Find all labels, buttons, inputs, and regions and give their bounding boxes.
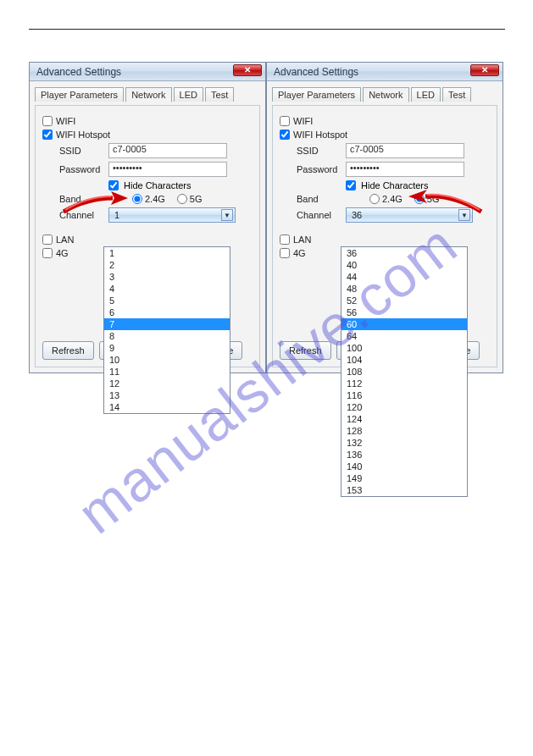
channel-option[interactable]: 116: [341, 389, 467, 401]
channel-option[interactable]: 48: [341, 283, 467, 295]
wifi-checkbox[interactable]: [42, 116, 53, 126]
tab-player-parameters[interactable]: Player Parameters: [272, 87, 361, 102]
chevron-down-icon: ▼: [458, 209, 470, 221]
channel-option[interactable]: 10: [104, 354, 230, 366]
band-5g-label: 5G: [190, 194, 203, 204]
channel-dropdown-list[interactable]: 1234567891011121314: [103, 246, 230, 414]
channel-combobox[interactable]: 1 ▼: [108, 207, 236, 223]
band-label: Band: [297, 194, 341, 204]
titlebar-title: Advanced Settings: [274, 66, 358, 78]
titlebar-title: Advanced Settings: [36, 66, 121, 78]
wifi-label: WIFI: [56, 116, 75, 126]
ssid-input[interactable]: c7-0005: [346, 143, 464, 158]
channel-option[interactable]: 124: [341, 413, 467, 425]
hide-characters-label: Hide Characters: [124, 180, 191, 190]
close-button[interactable]: ✕: [470, 64, 499, 76]
channel-option[interactable]: 7: [104, 318, 230, 330]
band-5g-label: 5G: [427, 194, 440, 204]
tab-test[interactable]: Test: [205, 87, 234, 102]
refresh-button[interactable]: Refresh: [280, 341, 331, 360]
tab-led[interactable]: LED: [174, 87, 203, 102]
wifi-checkbox[interactable]: [280, 116, 290, 126]
password-input[interactable]: •••••••••: [346, 162, 464, 177]
channel-option[interactable]: 44: [341, 271, 467, 283]
4g-label: 4G: [56, 248, 69, 258]
band-5g-radio[interactable]: [414, 194, 425, 204]
chevron-down-icon: ▼: [221, 209, 233, 221]
channel-option[interactable]: 13: [104, 389, 230, 401]
tab-bar: Player Parameters Network LED Test: [35, 86, 260, 105]
channel-option[interactable]: 128: [341, 425, 467, 437]
hide-characters-checkbox[interactable]: [346, 180, 356, 190]
close-button[interactable]: ✕: [233, 64, 262, 76]
tab-panel-network: WIFI WIFI Hotspot SSID c7-0005 Password …: [35, 105, 260, 367]
channel-option[interactable]: 56: [341, 306, 467, 318]
hide-characters-checkbox[interactable]: [108, 180, 119, 190]
channel-option[interactable]: 108: [341, 366, 467, 378]
page-rule: [29, 29, 505, 30]
channel-option[interactable]: 8: [104, 330, 230, 342]
tab-panel-network: WIFI WIFI Hotspot SSID c7-0005 Password …: [272, 105, 497, 367]
channel-option[interactable]: 14: [104, 401, 230, 413]
refresh-button[interactable]: Refresh: [42, 341, 94, 360]
4g-label: 4G: [293, 248, 306, 258]
channel-option[interactable]: 60: [341, 318, 467, 330]
lan-checkbox[interactable]: [42, 235, 53, 245]
band-24g-radio[interactable]: [132, 194, 142, 204]
wifi-hotspot-checkbox[interactable]: [280, 130, 290, 140]
channel-label: Channel: [297, 210, 341, 220]
tab-test[interactable]: Test: [442, 87, 471, 102]
ssid-input[interactable]: c7-0005: [108, 143, 227, 158]
channel-option[interactable]: 9: [104, 342, 230, 354]
4g-checkbox[interactable]: [42, 248, 53, 258]
channel-dropdown-list[interactable]: 3640444852566064100104108112116120124128…: [341, 246, 468, 497]
tab-network[interactable]: Network: [125, 87, 171, 102]
channel-option[interactable]: 6: [104, 306, 230, 318]
wifi-hotspot-label: WIFI Hotspot: [293, 130, 347, 140]
wifi-label: WIFI: [293, 116, 313, 126]
channel-option[interactable]: 112: [341, 378, 467, 389]
channel-option[interactable]: 132: [341, 437, 467, 449]
channel-option[interactable]: 64: [341, 330, 467, 342]
band-24g-label: 2.4G: [382, 194, 403, 204]
tab-bar: Player Parameters Network LED Test: [272, 86, 497, 105]
4g-checkbox[interactable]: [280, 248, 290, 258]
channel-option[interactable]: 136: [341, 449, 467, 461]
lan-checkbox[interactable]: [280, 235, 290, 245]
wifi-hotspot-checkbox[interactable]: [42, 130, 53, 140]
channel-option[interactable]: 120: [341, 401, 467, 413]
close-icon: ✕: [481, 66, 488, 74]
band-24g-label: 2.4G: [145, 194, 165, 204]
channel-option[interactable]: 3: [104, 271, 230, 283]
channel-option[interactable]: 11: [104, 366, 230, 378]
tab-led[interactable]: LED: [411, 87, 441, 102]
channel-option[interactable]: 40: [341, 259, 467, 271]
dialog-right: Advanced Settings ✕ Player Parameters Ne…: [266, 62, 503, 373]
channel-option[interactable]: 2: [104, 259, 230, 271]
channel-option[interactable]: 52: [341, 295, 467, 306]
ssid-label: SSID: [297, 146, 341, 156]
password-input[interactable]: •••••••••: [108, 162, 227, 177]
channel-option[interactable]: 100: [341, 342, 467, 354]
channel-option[interactable]: 36: [341, 247, 467, 259]
titlebar-right[interactable]: Advanced Settings ✕: [267, 63, 502, 81]
channel-option[interactable]: 12: [104, 378, 230, 389]
titlebar-left[interactable]: Advanced Settings ✕: [30, 63, 265, 81]
tab-player-parameters[interactable]: Player Parameters: [35, 87, 124, 102]
channel-option[interactable]: 1: [104, 247, 230, 259]
channel-option[interactable]: 5: [104, 295, 230, 306]
channel-option[interactable]: 153: [341, 484, 467, 496]
channel-value: 36: [352, 210, 362, 220]
channel-label: Channel: [59, 210, 103, 220]
band-24g-radio[interactable]: [369, 194, 380, 204]
channel-option[interactable]: 149: [341, 472, 467, 484]
channel-option[interactable]: 140: [341, 461, 467, 472]
band-5g-radio[interactable]: [177, 194, 187, 204]
channel-option[interactable]: 104: [341, 354, 467, 366]
channel-option[interactable]: 4: [104, 283, 230, 295]
tab-network[interactable]: Network: [363, 87, 408, 102]
band-label: Band: [59, 194, 103, 204]
password-label: Password: [297, 164, 341, 174]
channel-value: 1: [114, 210, 119, 220]
channel-combobox[interactable]: 36 ▼: [346, 207, 473, 223]
